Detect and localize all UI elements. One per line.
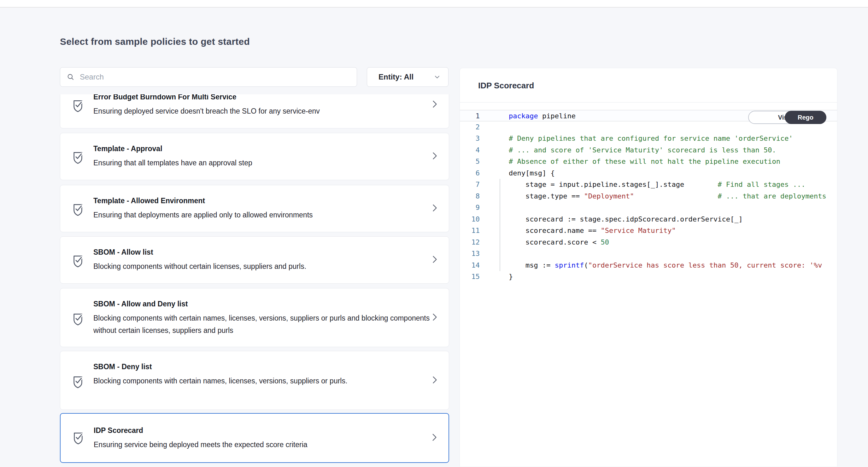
shield-check-icon bbox=[72, 431, 85, 446]
policy-description: Ensuring that all templates have an appr… bbox=[93, 157, 432, 169]
policy-description: Ensuring service being deployed meets th… bbox=[94, 439, 433, 451]
policy-title: IDP Scorecard bbox=[94, 426, 448, 435]
code-line-row: 13 bbox=[460, 248, 837, 260]
line-number: 10 bbox=[460, 214, 480, 225]
code-line-content: stage.type == "Deployment" # ... that ar… bbox=[509, 191, 826, 202]
line-number: 2 bbox=[460, 121, 480, 133]
policy-description: Blocking components with certain names, … bbox=[93, 375, 432, 387]
chevron-down-icon bbox=[433, 73, 441, 81]
policy-detail-panel: IDP Scorecard 1package pipeline23# Deny … bbox=[460, 68, 837, 467]
line-number: 13 bbox=[460, 248, 480, 260]
code-line-row: 14 msg := sprintf("orderService has scor… bbox=[460, 260, 837, 271]
line-number: 4 bbox=[460, 145, 480, 156]
chevron-right-icon bbox=[431, 375, 439, 386]
policy-title: SBOM - Allow list bbox=[93, 248, 449, 257]
rego-code-editor[interactable]: 1package pipeline23# Deny pipelines that… bbox=[460, 110, 837, 467]
code-line-content: stage = input.pipeline.stages[_].stage #… bbox=[509, 179, 805, 191]
line-number: 15 bbox=[460, 271, 480, 283]
line-number: 6 bbox=[460, 168, 480, 179]
chevron-right-icon bbox=[431, 254, 439, 266]
shield-check-icon bbox=[71, 254, 84, 269]
policy-text: Error Budget Burndown For Multi Service … bbox=[60, 94, 449, 117]
code-line-content: scorecard.score < 50 bbox=[509, 237, 609, 248]
policy-text: Template - Allowed Environment Ensuring … bbox=[60, 197, 449, 221]
policy-title: SBOM - Deny list bbox=[93, 362, 449, 371]
policy-description: Blocking components with certain names, … bbox=[93, 312, 432, 337]
entity-filter-label: Entity: All bbox=[378, 72, 413, 81]
line-number: 14 bbox=[460, 260, 480, 271]
policy-description: Ensuring deployed service doesn't breach… bbox=[93, 105, 432, 117]
chevron-right-icon bbox=[431, 203, 439, 214]
shield-check-icon bbox=[71, 99, 84, 114]
chevron-right-icon bbox=[431, 312, 439, 323]
policy-text: Template - Approval Ensuring that all te… bbox=[60, 145, 449, 169]
code-line-row: 4# ... and score of 'Service Maturity' s… bbox=[460, 145, 837, 156]
policy-card[interactable]: IDP Scorecard Ensuring service being dep… bbox=[60, 413, 449, 463]
code-line-content: msg := sprintf("orderService has score l… bbox=[509, 260, 822, 271]
shield-check-icon bbox=[71, 203, 84, 218]
top-bar bbox=[0, 0, 868, 7]
line-number: 9 bbox=[460, 202, 480, 214]
policy-text: SBOM - Allow and Deny list Blocking comp… bbox=[60, 300, 449, 337]
code-line-content: scorecard := stage.spec.idpScorecard.ord… bbox=[509, 214, 743, 225]
code-line-row: 12 scorecard.score < 50 bbox=[460, 237, 837, 248]
search-box[interactable] bbox=[60, 67, 357, 87]
shield-check-icon bbox=[71, 151, 84, 166]
code-line-content: # ... and score of 'Service Maturity' sc… bbox=[509, 145, 776, 156]
code-line-row: 10 scorecard := stage.spec.idpScorecard.… bbox=[460, 214, 837, 225]
code-line-row: 9 bbox=[460, 202, 837, 214]
code-line-row: 11 scorecard.name == "Service Maturity" bbox=[460, 225, 837, 237]
editor-mode-toggle: Visual Rego bbox=[748, 111, 826, 124]
code-line-row: 8 stage.type == "Deployment" # ... that … bbox=[460, 191, 837, 202]
line-number: 1 bbox=[460, 111, 480, 122]
policy-title: SBOM - Allow and Deny list bbox=[93, 300, 449, 308]
policy-title: Error Budget Burndown For Multi Service bbox=[93, 94, 449, 101]
line-number: 7 bbox=[460, 179, 480, 191]
policy-card[interactable]: SBOM - Allow and Deny list Blocking comp… bbox=[60, 288, 449, 347]
panel-divider bbox=[460, 102, 837, 103]
line-number: 3 bbox=[460, 133, 480, 145]
code-line-content: deny[msg] { bbox=[509, 168, 555, 179]
toggle-rego-button[interactable]: Rego bbox=[785, 111, 826, 124]
policy-description: Ensuring that deployments are applied on… bbox=[93, 209, 432, 221]
code-line-row: 6deny[msg] { bbox=[460, 168, 837, 179]
code-line-row: 7 stage = input.pipeline.stages[_].stage… bbox=[460, 179, 837, 191]
entity-filter-dropdown[interactable]: Entity: All bbox=[367, 67, 448, 87]
code-line-content: # Absence of either of these will not ha… bbox=[509, 156, 780, 168]
policy-list: Error Budget Burndown For Multi Service … bbox=[60, 94, 449, 467]
policy-card[interactable]: Template - Approval Ensuring that all te… bbox=[60, 133, 449, 180]
search-input[interactable] bbox=[79, 72, 357, 82]
shield-check-icon bbox=[71, 375, 84, 390]
indent-guide bbox=[500, 179, 500, 271]
page-title: Select from sample policies to get start… bbox=[60, 36, 250, 47]
code-line-content: scorecard.name == "Service Maturity" bbox=[509, 225, 676, 237]
policy-text: IDP Scorecard Ensuring service being dep… bbox=[61, 426, 448, 451]
code-line-row: 15} bbox=[460, 271, 837, 283]
line-number: 11 bbox=[460, 225, 480, 237]
code-line-content: # Deny pipelines that are configured for… bbox=[509, 133, 793, 145]
policy-text: SBOM - Allow list Blocking components wi… bbox=[60, 248, 449, 273]
policy-card[interactable]: Error Budget Burndown For Multi Service … bbox=[60, 94, 449, 128]
line-number: 12 bbox=[460, 237, 480, 248]
chevron-right-icon bbox=[430, 432, 438, 444]
policy-description: Blocking components without certain lice… bbox=[93, 260, 432, 273]
policy-title: Template - Approval bbox=[93, 145, 449, 153]
policy-card[interactable]: SBOM - Allow list Blocking components wi… bbox=[60, 236, 449, 284]
search-icon bbox=[67, 73, 75, 81]
shield-check-icon bbox=[71, 312, 84, 327]
policy-text: SBOM - Deny list Blocking components wit… bbox=[60, 362, 449, 387]
code-line-row: 5# Absence of either of these will not h… bbox=[460, 156, 837, 168]
policy-card[interactable]: SBOM - Deny list Blocking components wit… bbox=[60, 351, 449, 410]
policy-title: Template - Allowed Environment bbox=[93, 197, 449, 205]
code-line-content: } bbox=[509, 271, 513, 283]
line-number: 5 bbox=[460, 156, 480, 168]
policy-card[interactable]: Template - Allowed Environment Ensuring … bbox=[60, 185, 449, 232]
line-number: 8 bbox=[460, 191, 480, 202]
detail-title: IDP Scorecard bbox=[478, 81, 534, 91]
chevron-right-icon bbox=[431, 151, 439, 162]
code-line-content: package pipeline bbox=[509, 111, 576, 122]
code-line-row: 3# Deny pipelines that are configured fo… bbox=[460, 133, 837, 145]
chevron-right-icon bbox=[431, 99, 439, 111]
